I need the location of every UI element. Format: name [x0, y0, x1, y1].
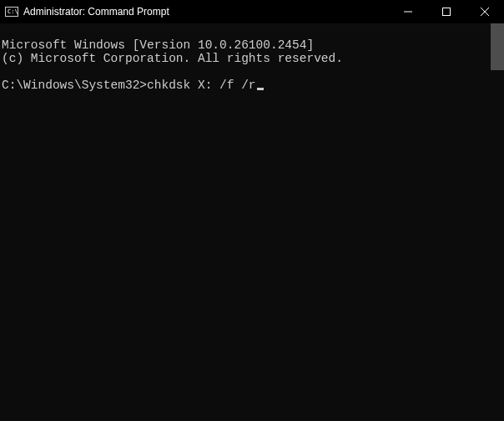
close-button[interactable]	[466, 0, 504, 23]
version-line: Microsoft Windows [Version 10.0.26100.24…	[2, 38, 314, 52]
copyright-line: (c) Microsoft Corporation. All rights re…	[2, 52, 343, 65]
minimize-button[interactable]	[389, 0, 427, 23]
text-cursor	[257, 88, 264, 90]
maximize-button[interactable]	[427, 0, 466, 23]
window-controls	[389, 0, 504, 23]
window-title: Administrator: Command Prompt	[23, 6, 169, 18]
prompt-path: C:\Windows\System32>	[2, 79, 147, 92]
command-prompt-window: C:\ Administrator: Command Prompt Micros…	[0, 0, 504, 421]
vertical-scrollbar-thumb[interactable]	[491, 23, 504, 70]
typed-command: chkdsk X: /f /r	[147, 79, 256, 92]
titlebar[interactable]: C:\ Administrator: Command Prompt	[0, 0, 504, 23]
cmd-icon: C:\	[5, 5, 18, 18]
svg-text:C:\: C:\	[8, 8, 18, 15]
svg-rect-3	[443, 8, 451, 16]
terminal-output[interactable]: Microsoft Windows [Version 10.0.26100.24…	[0, 23, 504, 421]
